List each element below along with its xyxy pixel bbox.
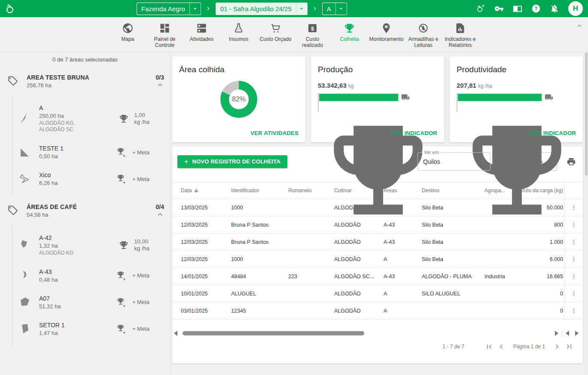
group-name: ÁREAS DE CAFÉ bbox=[27, 203, 77, 210]
avatar[interactable]: H bbox=[568, 1, 583, 16]
view-in-select[interactable]: Ver em Quilos bbox=[417, 152, 491, 171]
previous-page-icon[interactable] bbox=[497, 342, 506, 351]
area-shape-icon bbox=[18, 172, 31, 185]
bar-baseline bbox=[318, 93, 319, 112]
area-shape-icon bbox=[18, 269, 31, 282]
cell-cultivar: ALGODÃO bbox=[326, 256, 375, 262]
notifications-off-icon[interactable] bbox=[550, 4, 559, 13]
chevron-up-icon[interactable] bbox=[156, 81, 164, 89]
add-goal-link[interactable]: + Meta bbox=[132, 272, 149, 279]
nav-item-label: Indicadores e Relatórios bbox=[444, 36, 477, 48]
scrollbar-thumb[interactable] bbox=[183, 331, 364, 335]
add-goal-link[interactable]: + Meta bbox=[132, 176, 149, 182]
area-item-teste-1[interactable]: TESTE 10,50 ha+ Meta bbox=[12, 139, 170, 166]
area-group-header[interactable]: AREA TESTE BRUNA256,76 ha0/3 bbox=[0, 74, 170, 89]
nav-item-monitoramento[interactable]: Monitoramento bbox=[370, 22, 403, 42]
see-activities-link[interactable]: VER ATIVIDADES bbox=[250, 130, 299, 136]
area-group-header[interactable]: ÁREAS DE CAFÉ54,58 ha0/4 bbox=[0, 203, 170, 218]
chevron-down-icon[interactable] bbox=[296, 3, 307, 15]
farm-select[interactable]: Fazenda Aegro bbox=[137, 3, 201, 15]
vertical-scrollbar-thumb[interactable] bbox=[585, 52, 588, 175]
vertical-scrollbar[interactable] bbox=[585, 52, 588, 375]
production-card: Produção 53.342,63 kg VER INDICADOR bbox=[311, 56, 444, 142]
cell-identificador: 12345 bbox=[222, 308, 280, 314]
cell-areas: A bbox=[375, 256, 413, 262]
area-size: 250,00 ha bbox=[39, 113, 94, 119]
area-goal-value: 10,00 kg /ha bbox=[134, 238, 149, 253]
next-page-icon[interactable] bbox=[553, 342, 561, 351]
add-goal-link[interactable]: + Meta bbox=[132, 326, 149, 332]
nav-item-painel-de-controle[interactable]: Painel de Controle bbox=[149, 22, 181, 48]
cell-areas: A-43 bbox=[375, 239, 413, 245]
new-harvest-record-button[interactable]: + NOVO REGISTRO DE COLHEITA bbox=[177, 155, 287, 168]
area-item-xico[interactable]: Xico6,26 ha+ Meta bbox=[12, 166, 170, 192]
book-icon[interactable] bbox=[513, 4, 522, 13]
plot-select[interactable]: A bbox=[322, 3, 347, 15]
nav-item-mapa[interactable]: Mapa bbox=[112, 22, 144, 42]
cell-cultivar: ALGODÃO bbox=[326, 239, 375, 245]
column-header-data[interactable]: Data bbox=[172, 188, 222, 194]
trophy-add-icon[interactable] bbox=[116, 324, 127, 334]
cell-destino: SILO ALUGUEL bbox=[413, 291, 476, 297]
scroll-right-icon[interactable] bbox=[555, 331, 558, 336]
area-item-setor-1[interactable]: SETOR 11,47 ha+ Meta bbox=[12, 316, 170, 342]
season-select[interactable]: 01 - Safra Algodão 24/25 bbox=[216, 3, 308, 15]
nav-item-colheita[interactable]: Colheita bbox=[333, 22, 366, 42]
sort-descending-icon[interactable] bbox=[193, 188, 199, 194]
production-bar-fill bbox=[319, 94, 398, 101]
area-item-a07[interactable]: A0751,32 ha+ Meta bbox=[12, 289, 170, 316]
area-group-items: A250,00 haALGODÃO KG, ALGODÃO SC1,00 kg … bbox=[12, 96, 170, 197]
scrollbar-track[interactable] bbox=[181, 331, 551, 336]
collapse-navbar-icon[interactable] bbox=[576, 22, 583, 29]
first-page-icon[interactable] bbox=[485, 342, 494, 351]
see-indicator-link[interactable]: VER INDICADOR bbox=[391, 130, 437, 136]
nav-item-armadilhas-e-leituras[interactable]: Armadilhas e Leituras bbox=[407, 22, 440, 48]
area-item-a-43[interactable]: A-430,48 ha+ Meta bbox=[12, 262, 170, 289]
group-name: AREA TESTE BRUNA bbox=[27, 74, 89, 81]
row-menu-icon[interactable] bbox=[570, 290, 577, 297]
cell-cultivar: ALGODÃO SC... bbox=[326, 274, 375, 280]
scroll-right-icon[interactable] bbox=[575, 331, 579, 336]
add-goal-link[interactable]: + Meta bbox=[132, 149, 149, 156]
trophy-add-icon[interactable] bbox=[116, 174, 127, 184]
see-indicator-link[interactable]: VER INDICADOR bbox=[530, 130, 576, 136]
trophy-add-icon[interactable] bbox=[116, 297, 127, 307]
row-menu-icon[interactable] bbox=[570, 256, 577, 263]
area-item-a-42[interactable]: A-421,32 haALGODÃO KG10,00 kg /ha bbox=[12, 228, 170, 262]
cell-areas: A-43 bbox=[375, 274, 413, 280]
help-icon[interactable]: ? bbox=[531, 4, 541, 13]
area-name: SETOR 1 bbox=[39, 322, 65, 329]
production-unit: kg bbox=[348, 83, 354, 89]
trophy-add-icon[interactable] bbox=[116, 270, 127, 281]
trophy-add-icon[interactable] bbox=[116, 147, 127, 157]
main-content: Área colhida 82% VER ATIVIDADES Produção… bbox=[171, 52, 588, 375]
chevron-down-icon[interactable] bbox=[335, 3, 347, 15]
nav-item-label: Monitoramento bbox=[369, 36, 403, 42]
key-icon[interactable] bbox=[494, 4, 504, 13]
row-menu-icon[interactable] bbox=[570, 239, 577, 246]
cell-bruto-da-carga-kg: 1.000 bbox=[517, 239, 564, 245]
row-menu-icon[interactable] bbox=[570, 307, 577, 314]
scroll-left-icon[interactable] bbox=[566, 331, 569, 336]
cell-areas: A bbox=[375, 308, 413, 314]
nav-item-indicadores-e-relatorios[interactable]: Indicadores e Relatórios bbox=[444, 22, 477, 48]
area-item-a[interactable]: A250,00 haALGODÃO KG, ALGODÃO SC1,00 kg … bbox=[12, 98, 170, 139]
cell-identificador: 1000 bbox=[222, 256, 280, 262]
row-menu-icon[interactable] bbox=[570, 273, 577, 280]
area-shape-icon bbox=[18, 112, 31, 125]
cell-romaneio: 223 bbox=[280, 274, 326, 280]
chevron-down-icon[interactable] bbox=[189, 3, 201, 15]
scroll-left-icon[interactable] bbox=[174, 331, 177, 336]
add-goal-link[interactable]: + Meta bbox=[132, 299, 149, 305]
cell-cultivar: ALGODÃO bbox=[326, 291, 375, 297]
nav-item-label: Insumos bbox=[229, 36, 248, 42]
nav-item-atividades[interactable]: Atividades bbox=[186, 22, 218, 42]
aegro-add-icon[interactable] bbox=[476, 4, 485, 13]
nav-item-custo-orcado[interactable]: Custo Orçado bbox=[259, 22, 292, 42]
nav-item-custo-realizado[interactable]: $Custo realizado bbox=[296, 22, 329, 48]
last-page-icon[interactable] bbox=[565, 342, 573, 351]
nav-item-insumos[interactable]: Insumos bbox=[222, 22, 255, 42]
cell-agrupa: Industria bbox=[476, 274, 517, 280]
chevron-up-icon[interactable] bbox=[156, 210, 164, 218]
pagination-page: Página 1 de 1 bbox=[513, 344, 545, 350]
